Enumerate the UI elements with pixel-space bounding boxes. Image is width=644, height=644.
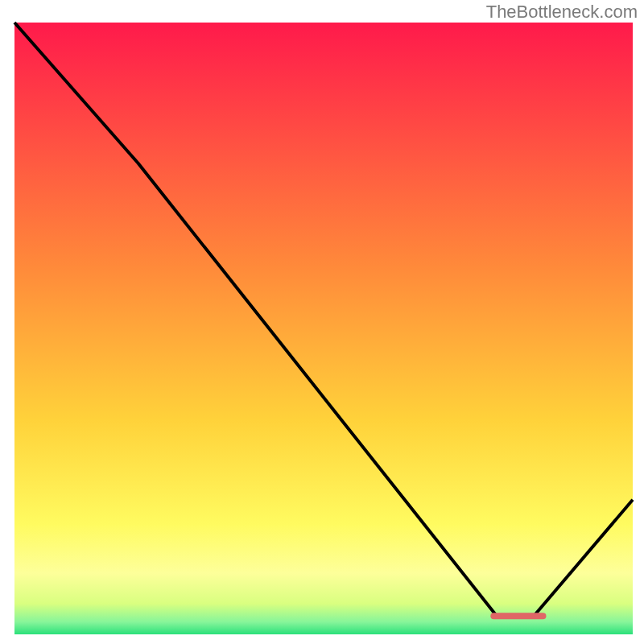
attribution-text: TheBottleneck.com — [486, 2, 638, 23]
optimal-marker — [490, 613, 546, 619]
gradient-background — [14, 23, 633, 634]
bottleneck-chart — [0, 0, 644, 644]
chart-container: TheBottleneck.com — [0, 0, 644, 644]
